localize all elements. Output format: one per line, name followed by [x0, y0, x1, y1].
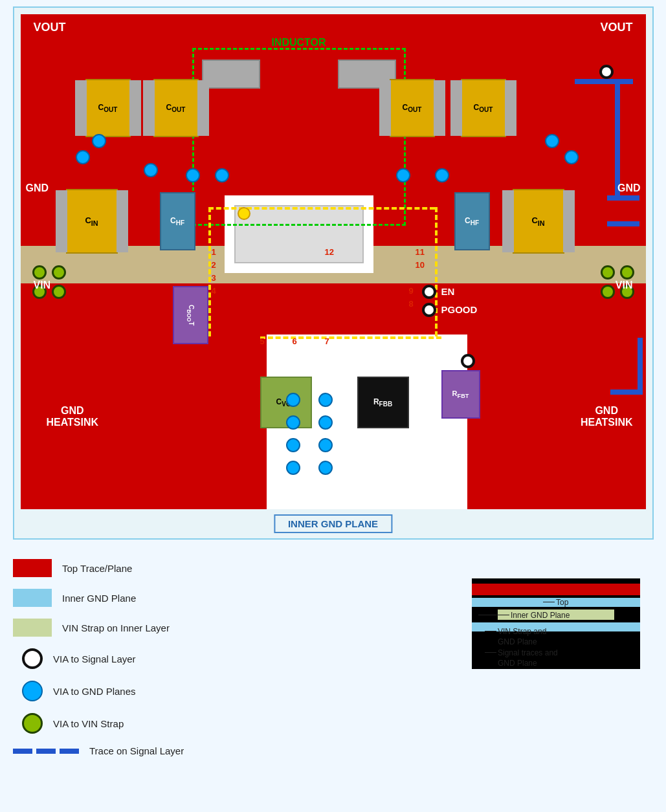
pin-6: 6: [293, 336, 297, 346]
pgood-label: PGOOD: [441, 304, 478, 315]
via-gnd-14: [286, 438, 300, 452]
legend-via-vin-swatch: [22, 713, 43, 734]
via-vin-1: [32, 265, 47, 280]
legend-left: Top Trace/Plane Inner GND Plane VIN Stra…: [13, 559, 407, 768]
gnd-hs-l-label: GNDHEATSINK: [47, 405, 99, 428]
cs-label-signal-text: Signal traces andGND Plane: [498, 648, 558, 668]
chf-left: CHF: [160, 192, 195, 250]
legend-inner-gnd-label: Inner GND Plane: [62, 593, 136, 604]
legend-vin-strap: VIN Strap on Inner Layer: [13, 619, 407, 637]
via-signal-en: [422, 285, 436, 299]
cin-left: CIN: [66, 189, 118, 254]
pcb-diagram: INDUCTOR COUT COUT COUT COUT: [13, 6, 654, 540]
cin-right: CIN: [513, 189, 564, 254]
legend-right: Top Inner GND Plane VIN Strap andGND Pla…: [407, 559, 653, 768]
rfbt: RFBT: [441, 370, 480, 419]
legend-via-gnd: VIA to GND Planes: [13, 681, 407, 701]
cout-tr2-label: COUT: [474, 103, 493, 113]
pin-10: 10: [416, 260, 425, 270]
via-vin-4: [52, 285, 66, 299]
cout-tl1: COUT: [85, 79, 131, 137]
via-signal-tr: [599, 65, 614, 79]
pin-7: 7: [325, 336, 329, 346]
legend-via-signal: VIA to Signal Layer: [13, 648, 407, 669]
cboot-label: CBOOT: [186, 305, 195, 325]
yellow-trace-h2: [260, 336, 441, 339]
legend-top-trace-swatch: [13, 559, 52, 577]
cs-arrow-gnd: [478, 615, 509, 615]
cs-label-vin-text: VIN Strap andGND Plane: [498, 627, 546, 646]
rfbb-label: RFBB: [373, 397, 392, 408]
via-gnd-3: [186, 168, 200, 182]
legend-via-vin-label: VIA to VIN Strap: [53, 718, 124, 729]
pin-11: 11: [416, 247, 425, 257]
pin-1: 1: [212, 247, 216, 257]
pin-9: 9: [409, 286, 414, 296]
vout-tl-label: VOUT: [34, 21, 66, 34]
inductor-label: INDUCTOR: [271, 37, 326, 49]
legend-top-trace: Top Trace/Plane: [13, 559, 407, 577]
pin-3: 3: [212, 273, 216, 283]
legend-vin-strap-swatch: [13, 619, 52, 637]
chf-right: CHF: [454, 192, 490, 250]
via-gnd-10: [286, 393, 300, 407]
cs-label-gnd-text: Inner GND Plane: [511, 611, 570, 620]
legend-trace-signal: Trace on Signal Layer: [13, 745, 407, 756]
via-gnd-9: [396, 168, 410, 182]
via-gnd-8: [435, 168, 449, 182]
cout-tr2: COUT: [461, 79, 506, 137]
cin-left-label: CIN: [85, 215, 98, 227]
legend-top-trace-label: Top Trace/Plane: [62, 563, 132, 574]
yellow-trace-v1: [208, 207, 211, 336]
via-gnd-4: [215, 168, 229, 182]
vin-br-label: VIN: [616, 280, 633, 291]
cs-top-layer: [472, 584, 640, 595]
via-signal-rfbt: [461, 354, 475, 368]
legend-via-signal-swatch: [22, 648, 43, 669]
cboot: CBOOT: [173, 286, 208, 344]
cout-tl2: COUT: [153, 79, 199, 137]
via-gnd-6: [545, 134, 559, 148]
legend-inner-gnd-swatch: [13, 589, 52, 607]
via-gnd-11: [318, 393, 333, 407]
cs-label-top-text: Top: [556, 598, 568, 607]
yellow-trace-v2: [435, 207, 438, 336]
cout-tr1: COUT: [390, 79, 435, 137]
blue-trace-h3: [607, 221, 639, 226]
blue-trace-v1: [615, 79, 620, 195]
via-vin-6: [601, 265, 615, 280]
chf-right-label: CHF: [465, 216, 479, 226]
legend-via-gnd-label: VIA to GND Planes: [53, 686, 136, 697]
blue-trace-v2: [638, 338, 643, 390]
en-label: EN: [441, 286, 455, 297]
cout-tl2-label: COUT: [166, 103, 186, 113]
cout-tr1-label: COUT: [403, 103, 422, 113]
gnd-ml-label: GND: [26, 182, 49, 194]
blue-trace-h1: [575, 79, 633, 84]
legend-inner-gnd: Inner GND Plane: [13, 589, 407, 607]
cs-label-signal: Signal traces andGND Plane: [498, 648, 558, 668]
legend-trace-signal-swatch: [13, 749, 79, 754]
cin-right-label: CIN: [531, 215, 544, 227]
gnd-mr-label: GND: [617, 182, 641, 194]
inductor-comp-1: [202, 60, 260, 89]
legend-via-vin: VIA to VIN Strap: [13, 713, 407, 734]
cout-tl1-label: COUT: [98, 103, 118, 113]
legend-via-gnd-swatch: [22, 681, 43, 701]
rfbb: RFBB: [357, 377, 409, 428]
via-vin-8: [601, 285, 615, 299]
via-vin-5: [620, 265, 634, 280]
cs-arrow-vin: [485, 631, 496, 631]
via-gnd-5: [144, 163, 158, 177]
cross-section-container: Top Inner GND Plane VIN Strap andGND Pla…: [420, 578, 653, 669]
cs-signal-layer: [472, 622, 640, 631]
via-gnd-17: [318, 461, 333, 475]
cs-arrow-signal: [485, 652, 496, 653]
cs-label-top: Top: [556, 598, 568, 607]
via-gnd-2: [76, 150, 90, 164]
pin-5: 5: [260, 336, 265, 346]
blue-trace-h2: [607, 195, 639, 201]
yellow-dot: [238, 207, 250, 220]
via-gnd-12: [286, 415, 300, 430]
via-gnd-16: [286, 461, 300, 475]
